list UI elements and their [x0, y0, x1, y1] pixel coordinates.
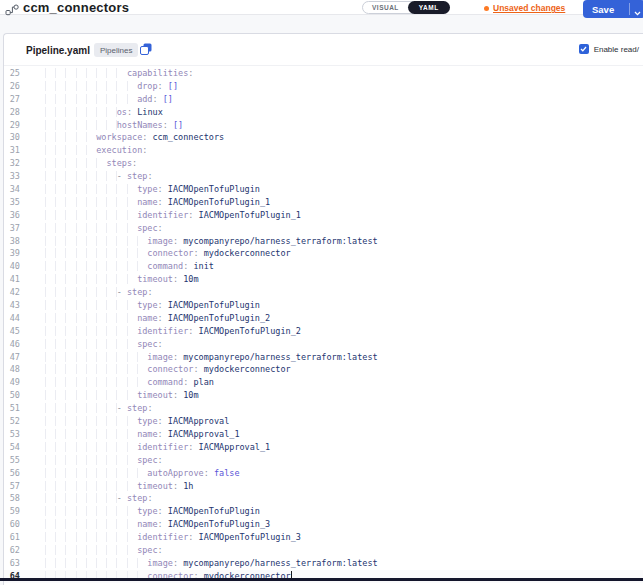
- pipeline-graph-icon: [5, 2, 19, 20]
- code-line-46[interactable]: 46 spec:: [4, 338, 643, 351]
- orange-dot-icon: [484, 6, 489, 11]
- code-line-57[interactable]: 57 timeout: 1h: [4, 480, 643, 493]
- line-number: 34: [4, 183, 20, 196]
- line-number: 43: [4, 299, 20, 312]
- line-number: 59: [4, 505, 20, 518]
- line-number: 60: [4, 518, 20, 531]
- line-number: 29: [4, 119, 20, 132]
- copy-button[interactable]: [140, 43, 152, 58]
- line-number: 31: [4, 144, 20, 157]
- yaml-editor[interactable]: 25 capabilities:26 drop: []27 add: []28 …: [4, 67, 643, 585]
- code-line-60[interactable]: 60 name: IACMOpenTofuPlugin_3: [4, 518, 643, 531]
- code-line-62[interactable]: 62 spec:: [4, 544, 643, 557]
- line-number: 27: [4, 93, 20, 106]
- code-line-53[interactable]: 53 name: IACMApproval_1: [4, 428, 643, 441]
- code-line-36[interactable]: 36 identifier: IACMOpenTofuPlugin_1: [4, 209, 643, 222]
- code-line-40[interactable]: 40 command: init: [4, 260, 643, 273]
- line-number: 57: [4, 480, 20, 493]
- line-number: 41: [4, 273, 20, 286]
- code-line-43[interactable]: 43 type: IACMOpenTofuPlugin: [4, 299, 643, 312]
- editor-header: Pipeline.yaml Pipelines Enable read/: [4, 34, 643, 66]
- code-line-39[interactable]: 39 connector: mydockerconnector: [4, 247, 643, 260]
- line-number: 54: [4, 441, 20, 454]
- line-number: 47: [4, 351, 20, 364]
- line-number: 39: [4, 247, 20, 260]
- code-line-59[interactable]: 59 type: IACMOpenTofuPlugin: [4, 505, 643, 518]
- code-line-27[interactable]: 27 add: []: [4, 93, 643, 106]
- unsaved-changes-link[interactable]: Unsaved changes: [484, 3, 565, 13]
- line-number: 50: [4, 389, 20, 402]
- code-line-34[interactable]: 34 type: IACMOpenTofuPlugin: [4, 183, 643, 196]
- line-number: 51: [4, 402, 20, 415]
- line-number: 40: [4, 260, 20, 273]
- code-line-51[interactable]: 51 - step:: [4, 402, 643, 415]
- line-number: 45: [4, 325, 20, 338]
- line-number: 46: [4, 338, 20, 351]
- code-line-28[interactable]: 28 os: Linux: [4, 106, 643, 119]
- enable-readwrite-label: Enable read/: [594, 45, 639, 54]
- code-line-37[interactable]: 37 spec:: [4, 222, 643, 235]
- code-line-42[interactable]: 42 - step:: [4, 286, 643, 299]
- line-number: 48: [4, 363, 20, 376]
- code-line-26[interactable]: 26 drop: []: [4, 80, 643, 93]
- check-icon: [580, 46, 587, 52]
- code-line-50[interactable]: 50 timeout: 10m: [4, 389, 643, 402]
- line-number: 49: [4, 376, 20, 389]
- visual-yaml-toggle[interactable]: VISUAL YAML: [362, 1, 450, 14]
- code-line-52[interactable]: 52 type: IACMApproval: [4, 415, 643, 428]
- toggle-visual[interactable]: VISUAL: [363, 4, 408, 11]
- code-line-44[interactable]: 44 name: IACMOpenTofuPlugin_2: [4, 312, 643, 325]
- top-bar: ccm_connectors VISUAL YAML Unsaved chang…: [0, 0, 643, 15]
- line-number: 55: [4, 454, 20, 467]
- line-number: 36: [4, 209, 20, 222]
- line-number: 33: [4, 170, 20, 183]
- enable-readwrite-checkbox[interactable]: [579, 44, 589, 54]
- line-number: 25: [4, 67, 20, 80]
- yaml-editor-card: Pipeline.yaml Pipelines Enable read/ 25: [3, 33, 643, 585]
- code-line-38[interactable]: 38 image: mycompanyrepo/harness_terrafor…: [4, 235, 643, 248]
- code-line-29[interactable]: 29 hostNames: []: [4, 119, 643, 132]
- save-button[interactable]: Save: [583, 0, 643, 18]
- line-number: 30: [4, 131, 20, 144]
- line-number: 64: [4, 570, 20, 583]
- code-line-64[interactable]: 64 connector: mydockerconnector: [4, 570, 643, 583]
- code-line-32[interactable]: 32 steps:: [4, 157, 643, 170]
- enable-readwrite-control: Enable read/: [579, 44, 639, 54]
- code-line-55[interactable]: 55 spec:: [4, 454, 643, 467]
- line-number: 42: [4, 286, 20, 299]
- unsaved-changes-label[interactable]: Unsaved changes: [493, 3, 565, 13]
- toggle-yaml[interactable]: YAML: [408, 1, 450, 14]
- code-line-25[interactable]: 25 capabilities:: [4, 67, 643, 80]
- window-bottom-edge: [0, 578, 643, 581]
- entity-type-badge: Pipelines: [94, 43, 138, 57]
- line-number: 37: [4, 222, 20, 235]
- line-number: 63: [4, 557, 20, 570]
- line-number: 28: [4, 106, 20, 119]
- line-number: 58: [4, 492, 20, 505]
- code-line-30[interactable]: 30 workspace: ccm_connectors: [4, 131, 643, 144]
- code-line-33[interactable]: 33 - step:: [4, 170, 643, 183]
- code-line-41[interactable]: 41 timeout: 10m: [4, 273, 643, 286]
- line-number: 38: [4, 235, 20, 248]
- code-line-48[interactable]: 48 connector: mydockerconnector: [4, 363, 643, 376]
- code-line-63[interactable]: 63 image: mycompanyrepo/harness_terrafor…: [4, 557, 643, 570]
- line-number: 61: [4, 531, 20, 544]
- code-line-61[interactable]: 61 identifier: IACMOpenTofuPlugin_3: [4, 531, 643, 544]
- chevron-down-icon[interactable]: [634, 7, 641, 18]
- save-button-divider: [629, 3, 630, 15]
- line-number: 26: [4, 80, 20, 93]
- code-line-54[interactable]: 54 identifier: IACMApproval_1: [4, 441, 643, 454]
- page-title: ccm_connectors: [23, 0, 129, 15]
- code-line-49[interactable]: 49 command: plan: [4, 376, 643, 389]
- code-line-35[interactable]: 35 name: IACMOpenTofuPlugin_1: [4, 196, 643, 209]
- code-line-58[interactable]: 58 - step:: [4, 492, 643, 505]
- line-number: 44: [4, 312, 20, 325]
- line-number: 53: [4, 428, 20, 441]
- save-button-label[interactable]: Save: [583, 4, 614, 15]
- code-line-31[interactable]: 31 execution:: [4, 144, 643, 157]
- line-number: 32: [4, 157, 20, 170]
- code-line-56[interactable]: 56 autoApprove: false: [4, 467, 643, 480]
- code-line-45[interactable]: 45 identifier: IACMOpenTofuPlugin_2: [4, 325, 643, 338]
- code-line-47[interactable]: 47 image: mycompanyrepo/harness_terrafor…: [4, 351, 643, 364]
- line-number: 35: [4, 196, 20, 209]
